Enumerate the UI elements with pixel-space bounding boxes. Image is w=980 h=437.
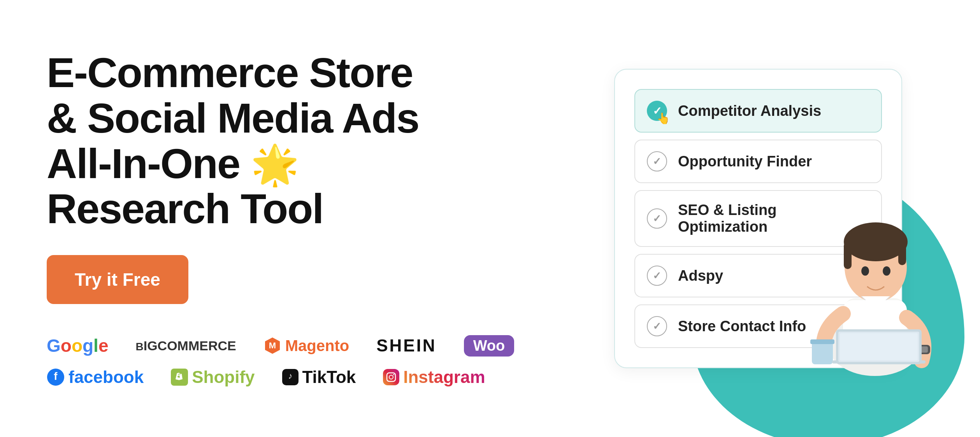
- brand-magento: M Magento: [263, 337, 349, 355]
- brand-tiktok: ♪ TikTok: [282, 367, 356, 387]
- title-line4: Research Tool: [47, 185, 323, 232]
- check-circle-outline-3: ✓: [647, 266, 667, 286]
- cursor-icon: 👆: [657, 112, 670, 125]
- feature-item-opportunity-finder[interactable]: ✓ Opportunity Finder: [634, 140, 882, 183]
- page-wrapper: E-Commerce Store & Social Media Ads All-…: [0, 0, 980, 437]
- shopify-icon: [171, 369, 188, 386]
- brand-woo: Woo: [464, 335, 515, 357]
- left-section: E-Commerce Store & Social Media Ads All-…: [47, 50, 583, 387]
- feature-label-adspy: Adspy: [678, 267, 723, 284]
- instagram-icon: [383, 369, 399, 385]
- feature-label-store: Store Contact Info: [678, 318, 806, 335]
- feature-item-competitor-analysis[interactable]: ✓ 👆 Competitor Analysis: [634, 89, 882, 133]
- title-line1: E-Commerce Store: [47, 49, 413, 96]
- title-line3: All-In-One: [47, 140, 240, 187]
- svg-point-15: [883, 266, 890, 276]
- check-circle-outline-1: ✓: [647, 151, 667, 171]
- star-emoji: 🌟: [251, 143, 299, 186]
- brand-instagram: Instagram: [383, 367, 485, 387]
- person-svg: [801, 189, 949, 399]
- brand-shein: SHEIN: [376, 336, 436, 355]
- svg-text:f: f: [54, 370, 58, 382]
- title-line2: & Social Media Ads: [47, 94, 419, 142]
- hero-title: E-Commerce Store & Social Media Ads All-…: [47, 50, 552, 232]
- svg-point-7: [393, 374, 394, 375]
- svg-point-14: [861, 266, 869, 276]
- check-wrapper-active: ✓ 👆: [647, 101, 667, 121]
- try-it-free-button[interactable]: Try it Free: [47, 255, 188, 304]
- check-circle-outline-2: ✓: [647, 208, 667, 229]
- brand-row-2: f facebook Shopify: [47, 367, 552, 387]
- svg-text:M: M: [269, 341, 276, 350]
- brand-bigcommerce: BIGCOMMERCE: [135, 337, 236, 354]
- magento-icon: M: [263, 337, 281, 355]
- brand-shopify: Shopify: [171, 367, 255, 387]
- feature-label-opportunity: Opportunity Finder: [678, 153, 812, 170]
- brand-row-1: Google BIGCOMMERCE M Magento: [47, 335, 552, 357]
- svg-rect-5: [387, 373, 395, 381]
- right-section: ✓ 👆 Competitor Analysis ✓ Opportunity Fi…: [583, 69, 933, 368]
- feature-label-competitor: Competitor Analysis: [678, 103, 821, 119]
- svg-rect-13: [898, 242, 906, 265]
- svg-rect-12: [844, 242, 852, 269]
- svg-rect-24: [840, 333, 918, 360]
- facebook-icon: f: [47, 368, 65, 386]
- person-illustration: [801, 189, 949, 399]
- svg-point-6: [389, 375, 393, 379]
- svg-rect-18: [810, 339, 834, 344]
- svg-text:♪: ♪: [288, 372, 292, 381]
- svg-point-11: [844, 222, 908, 261]
- brand-google: Google: [47, 335, 108, 356]
- svg-rect-17: [812, 341, 833, 364]
- brand-facebook: f facebook: [47, 367, 144, 387]
- brand-logos: Google BIGCOMMERCE M Magento: [47, 335, 552, 387]
- check-circle-outline-4: ✓: [647, 316, 667, 336]
- tiktok-icon: ♪: [282, 369, 299, 385]
